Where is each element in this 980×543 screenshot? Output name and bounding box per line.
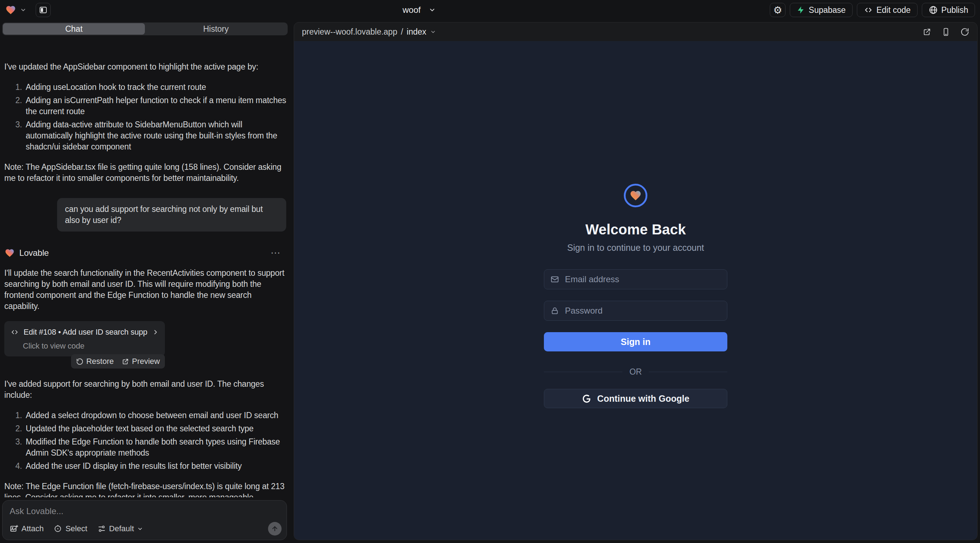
sliders-icon xyxy=(97,524,106,533)
assistant-name: Lovable xyxy=(19,247,49,258)
preview-panel: preview--woof.lovable.app / index xyxy=(294,22,977,540)
email-field[interactable] xyxy=(544,269,727,289)
list-item: Adding data-active attribute to SidebarM… xyxy=(24,119,286,152)
open-in-new-tab-icon[interactable] xyxy=(923,27,931,37)
gear-icon: ⚙ xyxy=(773,4,782,16)
chat-panel: Chat History I've updated the AppSidebar… xyxy=(0,20,290,543)
preview-address[interactable]: preview--woof.lovable.app / index xyxy=(302,27,436,37)
chevron-down-icon[interactable] xyxy=(20,7,26,13)
preview-label: Preview xyxy=(132,357,160,366)
or-divider: OR xyxy=(544,367,727,377)
list-item: Adding useLocation hook to track the cur… xyxy=(24,82,286,93)
code-brackets-icon xyxy=(10,328,19,336)
google-g-icon xyxy=(582,394,591,403)
restore-icon xyxy=(76,358,84,365)
preview-host: preview--woof.lovable.app xyxy=(302,27,397,37)
chat-composer: Attach Select Default xyxy=(2,500,287,540)
lock-icon xyxy=(550,306,559,315)
assistant-paragraph: I've added support for searching by both… xyxy=(4,378,286,401)
settings-button[interactable]: ⚙ xyxy=(770,3,786,17)
tab-chat[interactable]: Chat xyxy=(3,23,145,35)
send-button[interactable] xyxy=(268,522,282,535)
more-options-icon[interactable]: ⋯ xyxy=(270,247,281,258)
supabase-button[interactable]: Supabase xyxy=(790,3,853,17)
restore-button[interactable]: Restore xyxy=(76,357,114,366)
list-item: Updated the placeholder text based on th… xyxy=(24,423,286,434)
login-subtitle: Sign in to continue to your account xyxy=(567,243,704,253)
attach-label: Attach xyxy=(21,524,43,533)
edit-card-title: Edit #108 • Add user ID search supp... xyxy=(24,326,148,338)
assistant-paragraph: I've updated the AppSidebar component to… xyxy=(4,61,286,72)
assistant-message-header: Lovable ⋯ xyxy=(4,247,286,258)
panel-left-icon xyxy=(39,6,48,14)
code-brackets-icon xyxy=(864,6,873,14)
arrow-up-icon xyxy=(271,525,278,532)
assistant-note: Note: The Edge Function file (fetch-fire… xyxy=(4,481,286,497)
edit-code-button[interactable]: Edit code xyxy=(857,3,918,17)
or-label: OR xyxy=(630,367,642,377)
toggle-sidebar-button[interactable] xyxy=(36,3,51,17)
assistant-numbered-list: Added a select dropdown to choose betwee… xyxy=(4,410,286,472)
list-item: Adding an isCurrentPath helper function … xyxy=(24,95,286,117)
lovable-heart-icon xyxy=(4,248,15,258)
chevron-down-icon xyxy=(137,526,143,532)
user-message-bubble: can you add support for searching not on… xyxy=(57,198,286,232)
list-item: Added a select dropdown to choose betwee… xyxy=(24,410,286,421)
select-label: Select xyxy=(65,524,87,533)
select-element-button[interactable]: Select xyxy=(54,524,87,533)
login-card: Welcome Back Sign in to continue to your… xyxy=(544,184,727,540)
chat-input[interactable] xyxy=(10,506,280,520)
edit-card-subtitle: Click to view code xyxy=(23,340,159,351)
refresh-icon[interactable] xyxy=(960,27,969,37)
list-item: Added the user ID display in the results… xyxy=(24,460,286,472)
preview-button[interactable]: Preview xyxy=(122,357,160,366)
chat-history-tabbar: Chat History xyxy=(2,22,288,35)
list-item: Modified the Edge Function to handle bot… xyxy=(24,436,286,459)
mobile-view-icon[interactable] xyxy=(942,27,950,37)
target-icon xyxy=(54,524,62,533)
edit-version-card[interactable]: Edit #108 • Add user ID search supp... C… xyxy=(4,321,165,356)
assistant-paragraph: I'll update the search functionality in … xyxy=(4,268,286,312)
project-title[interactable]: woof xyxy=(402,5,421,15)
mode-label: Default xyxy=(109,524,134,533)
restore-label: Restore xyxy=(86,357,114,366)
sign-in-button[interactable]: Sign in xyxy=(544,332,727,351)
edit-code-label: Edit code xyxy=(877,5,911,15)
message-list: I've updated the AppSidebar component to… xyxy=(0,56,290,497)
open-in-new-icon xyxy=(122,358,129,365)
google-label: Continue with Google xyxy=(597,394,689,404)
image-plus-icon xyxy=(10,524,18,533)
assistant-note: Note: The AppSidebar.tsx file is getting… xyxy=(4,162,286,184)
publish-button[interactable]: Publish xyxy=(922,3,975,17)
chevron-right-icon xyxy=(152,329,159,336)
mode-selector[interactable]: Default xyxy=(97,524,143,533)
lovable-logo-heart-icon[interactable] xyxy=(5,5,16,15)
project-chevron-down-icon[interactable] xyxy=(429,6,436,14)
login-title: Welcome Back xyxy=(585,222,686,238)
preview-app-content: Welcome Back Sign in to continue to your… xyxy=(294,41,977,540)
continue-with-google-button[interactable]: Continue with Google xyxy=(544,389,727,408)
publish-label: Publish xyxy=(942,5,968,15)
top-bar: woof ⚙ Supabase Edit code Publish xyxy=(0,0,980,20)
edit-card-toolbar: Restore Preview xyxy=(71,354,165,368)
preview-header: preview--woof.lovable.app / index xyxy=(294,22,977,41)
password-field[interactable] xyxy=(544,301,727,321)
supabase-bolt-icon xyxy=(797,6,805,14)
chevron-down-icon xyxy=(430,29,436,35)
preview-page: index xyxy=(407,27,426,37)
app-logo xyxy=(624,184,648,207)
assistant-numbered-list: Adding useLocation hook to track the cur… xyxy=(4,82,286,152)
attach-button[interactable]: Attach xyxy=(10,524,43,533)
globe-icon xyxy=(929,5,938,14)
tab-history[interactable]: History xyxy=(145,23,287,35)
supabase-label: Supabase xyxy=(809,5,846,15)
app-heart-icon xyxy=(629,189,642,202)
address-separator: / xyxy=(401,27,403,37)
envelope-icon xyxy=(550,275,559,284)
